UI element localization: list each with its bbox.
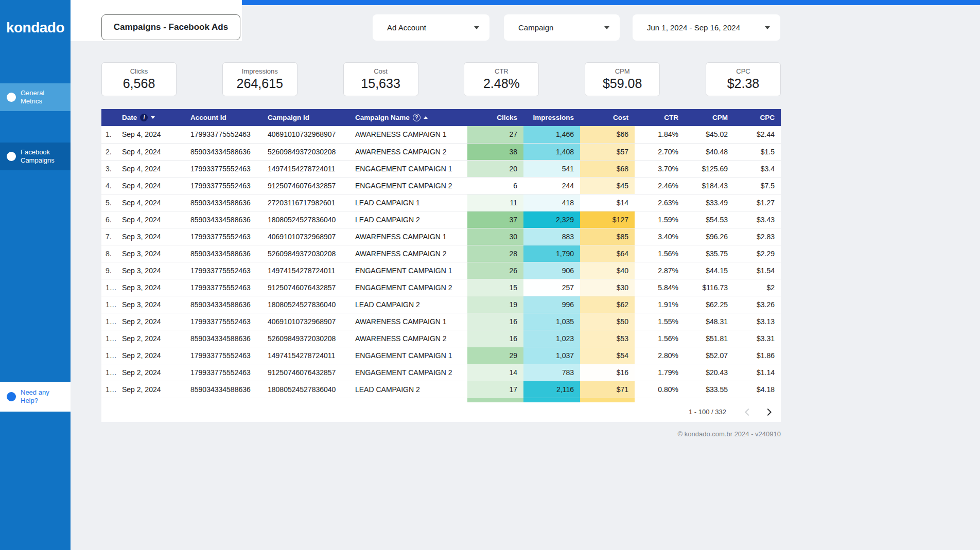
cell-account-id: 179933775552463 [184, 160, 261, 177]
cell-campaign-name: LEAD CAMPAIGN 2 [349, 296, 467, 313]
scorecard-label: CPC [736, 67, 750, 75]
cell-clicks: 15 [467, 279, 523, 296]
cell-impressions: 996 [523, 296, 580, 313]
cell-account-id: 179933775552463 [184, 313, 261, 330]
sidebar-item-general-metrics[interactable]: General Metrics [0, 83, 71, 111]
cell-clicks: 26 [467, 262, 523, 279]
table-row[interactable]: 8.Sep 3, 2024859034334588636526098493720… [101, 245, 781, 262]
cell-account-id: 179933775552463 [184, 177, 261, 194]
row-index: 1. [101, 126, 116, 143]
table-row[interactable]: 1.Sep 4, 2024179933775552463406910107329… [101, 126, 781, 143]
col-label: Campaign Name [355, 114, 410, 121]
cell-cost: $50 [580, 313, 635, 330]
cell-cpm: $54.53 [685, 211, 734, 228]
table-row[interactable]: 4.Sep 4, 2024179933775552463912507460764… [101, 177, 781, 194]
filter-date-range[interactable]: Jun 1, 2024 - Sep 16, 2024 [633, 14, 780, 41]
cell-impressions: 783 [523, 364, 580, 381]
help-link[interactable]: Need any Help? [0, 382, 71, 412]
cell-cost: $62 [580, 296, 635, 313]
col-header-cpc[interactable]: CPC [734, 109, 781, 126]
cell-cost: $14 [580, 194, 635, 211]
cell-account-id: 859034334588636 [184, 143, 261, 160]
cell-campaign-name: LEAD CAMPAIGN 2 [349, 381, 467, 398]
cell-ctr: 2.80% [635, 347, 685, 364]
filter-campaign[interactable]: Campaign [504, 14, 620, 41]
cell-ctr: 2.87% [635, 262, 685, 279]
row-index: 6. [101, 211, 116, 228]
cell-impressions: 1,408 [523, 143, 580, 160]
table-row[interactable]: 1…Sep 2, 2024179933775552463406910107329… [101, 313, 781, 330]
col-header-campaign-id[interactable]: Campaign Id [261, 109, 349, 126]
table-row[interactable]: 7.Sep 3, 2024179933775552463406910107329… [101, 228, 781, 245]
cell-cpc: $3.4 [734, 160, 781, 177]
col-header-campaign-name[interactable]: Campaign Name ? [349, 109, 467, 126]
row-index: 1… [101, 279, 116, 296]
cell-impressions: 1,035 [523, 313, 580, 330]
page-range: 1 - 100 / 332 [689, 408, 726, 416]
cell-campaign-name: LEAD CAMPAIGN 2 [349, 211, 467, 228]
table-row[interactable]: 1…Sep 3, 2024859034334588636180805245278… [101, 296, 781, 313]
cell-clicks: 37 [467, 211, 523, 228]
table-body: 1.Sep 4, 2024179933775552463406910107329… [101, 126, 781, 398]
cell-clicks: 17 [467, 381, 523, 398]
cell-date: Sep 3, 2024 [116, 228, 184, 245]
col-header-clicks[interactable]: Clicks [467, 109, 523, 126]
col-header-cost[interactable]: Cost [580, 109, 635, 126]
cell-cpm: $48.31 [685, 313, 734, 330]
cell-cpc: $3.13 [734, 313, 781, 330]
col-header-cpm[interactable]: CPM [685, 109, 734, 126]
table-row[interactable]: 9.Sep 3, 2024179933775552463149741542787… [101, 262, 781, 279]
cell-impressions: 1,466 [523, 126, 580, 143]
cell-clicks: 38 [467, 143, 523, 160]
cell-cpm: $35.75 [685, 245, 734, 262]
pagination: 1 - 100 / 332 [101, 402, 781, 422]
cell-impressions: 1,023 [523, 330, 580, 347]
table-row[interactable]: 1…Sep 2, 2024859034334588636180805245278… [101, 381, 781, 398]
scorecard-clicks: Clicks 6,568 [101, 62, 177, 96]
table-row[interactable]: 5.Sep 4, 2024859034334588636272031167179… [101, 194, 781, 211]
cell-campaign-name: ENGAGEMENT CAMPAIGN 1 [349, 262, 467, 279]
scorecard-value: $59.08 [603, 76, 642, 91]
cell-cost: $71 [580, 381, 635, 398]
filter-label: Jun 1, 2024 - Sep 16, 2024 [647, 23, 740, 32]
info-icon: i [140, 114, 148, 121]
cell-account-id: 859034334588636 [184, 296, 261, 313]
scorecard-cost: Cost 15,633 [343, 62, 418, 96]
col-header-impressions[interactable]: Impressions [523, 109, 580, 126]
cell-cpc: $1.86 [734, 347, 781, 364]
chevron-right-icon[interactable] [763, 406, 775, 418]
row-index: 4. [101, 177, 116, 194]
cell-cpm: $44.15 [685, 262, 734, 279]
sidebar-item-facebook-campaigns[interactable]: Facebook Campaigns [0, 143, 71, 170]
table-row[interactable]: 3.Sep 4, 2024179933775552463149741542787… [101, 160, 781, 177]
cell-date: Sep 4, 2024 [116, 211, 184, 228]
cell-date: Sep 2, 2024 [116, 330, 184, 347]
cell-cost: $64 [580, 245, 635, 262]
col-header-date[interactable]: Date i [116, 109, 184, 126]
filter-ad-account[interactable]: Ad Account [373, 14, 489, 41]
table-row[interactable]: 1…Sep 3, 2024179933775552463912507460764… [101, 279, 781, 296]
cell-date: Sep 3, 2024 [116, 279, 184, 296]
cell-account-id: 859034334588636 [184, 211, 261, 228]
sidebar-item-label: General Metrics [21, 89, 57, 105]
table-row[interactable]: 1…Sep 2, 2024179933775552463149741542787… [101, 347, 781, 364]
cell-campaign-id: 14974154278724011 [261, 347, 349, 364]
report-title: Campaigns - Facebook Ads [101, 14, 240, 40]
cell-date: Sep 4, 2024 [116, 194, 184, 211]
caret-down-icon [604, 26, 609, 29]
chevron-left-icon[interactable] [742, 406, 753, 418]
table-row[interactable]: 2.Sep 4, 2024859034334588636526098493720… [101, 143, 781, 160]
scorecard-value: 15,633 [361, 76, 400, 91]
table-row[interactable]: 6.Sep 4, 2024859034334588636180805245278… [101, 211, 781, 228]
scorecard-label: CTR [495, 67, 509, 75]
row-index: 8. [101, 245, 116, 262]
table-row[interactable]: 1…Sep 2, 2024859034334588636526098493720… [101, 330, 781, 347]
cell-date: Sep 2, 2024 [116, 313, 184, 330]
table-row[interactable]: 1…Sep 2, 2024179933775552463912507460764… [101, 364, 781, 381]
caret-down-icon [474, 26, 479, 29]
cell-campaign-name: LEAD CAMPAIGN 1 [349, 194, 467, 211]
col-header-account-id[interactable]: Account Id [184, 109, 261, 126]
col-header-ctr[interactable]: CTR [635, 109, 685, 126]
cell-cpm: $40.48 [685, 143, 734, 160]
cell-cpc: $1.14 [734, 364, 781, 381]
